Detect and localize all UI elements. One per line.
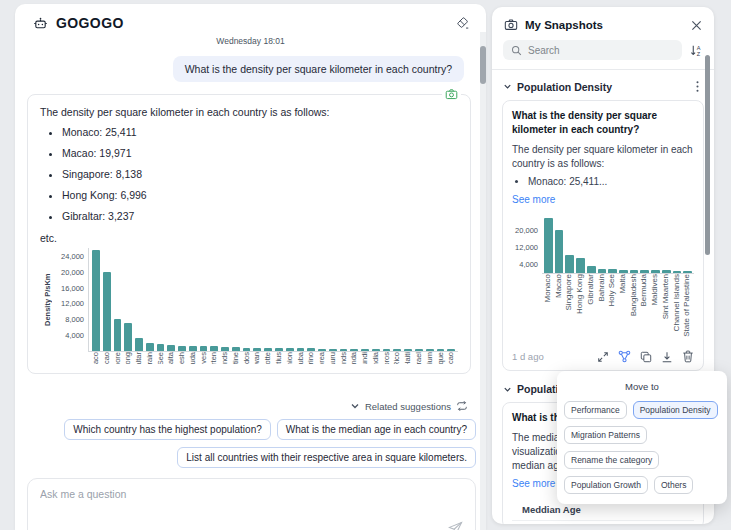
chat-header: GOGOGO <box>15 4 486 31</box>
related-suggestions-label[interactable]: Related suggestions <box>365 401 451 412</box>
search-box[interactable] <box>503 40 682 60</box>
bar <box>630 270 639 273</box>
snapshot-actions <box>597 350 694 363</box>
bar <box>157 344 165 351</box>
bar <box>253 348 261 351</box>
bar <box>243 348 251 351</box>
bar <box>297 348 305 351</box>
sidebar-scrollbar-thumb[interactable] <box>705 55 710 255</box>
popup-row-3: Rename the category <box>564 451 720 469</box>
close-icon[interactable] <box>691 20 702 31</box>
response-bullet: Hong Kong: 6,996 <box>62 185 458 206</box>
suggestion-chip[interactable]: Which country has the highest population… <box>64 419 270 440</box>
suggestion-chip[interactable]: List all countries with their respective… <box>177 447 476 468</box>
bar <box>232 347 240 351</box>
search-icon <box>511 45 522 56</box>
bar <box>404 349 412 351</box>
x-tick-label: Israel <box>415 352 423 364</box>
x-axis-labels: MonacoMacaoSingaporeHong KongGibraltarBa… <box>89 352 458 364</box>
snapshot-camera-icon[interactable] <box>442 88 461 101</box>
popup-row-4: Population GrowthOthers <box>564 476 720 494</box>
question-input[interactable] <box>40 488 421 518</box>
snapshot-age: 1 d ago <box>512 351 544 362</box>
y-tick: 12,000 <box>515 243 538 252</box>
see-more-link[interactable]: See more <box>512 194 555 205</box>
x-tick-label: San Marino <box>307 352 315 364</box>
message-timestamp: Wednesday 18:01 <box>15 36 486 46</box>
bar <box>372 349 380 351</box>
eraser-icon[interactable] <box>456 16 470 30</box>
x-tick-label: Bangladesh <box>630 274 639 316</box>
y-tick: 16,000 <box>61 284 84 293</box>
trash-icon[interactable] <box>682 350 694 363</box>
refresh-icon[interactable] <box>456 400 468 412</box>
category-chip[interactable]: Others <box>654 476 694 494</box>
camera-icon <box>504 18 518 32</box>
bar <box>651 270 660 273</box>
x-tick-label: Nauru <box>329 352 337 364</box>
bar <box>619 270 628 273</box>
robot-icon <box>33 16 48 31</box>
response-bullet: Macao: 19,971 <box>62 143 458 164</box>
y-axis-ticks: 4,00012,00020,000 <box>512 217 542 274</box>
snapshot-footer: 1 d ago <box>512 350 694 363</box>
bar <box>275 348 283 351</box>
x-tick-label: State of Palestine <box>683 274 692 337</box>
sidebar-header: My Snapshots <box>492 7 714 40</box>
x-tick-label: South Korea <box>318 352 326 364</box>
x-tick-label: Bermuda <box>640 274 649 306</box>
x-tick-label: State of Palestine <box>232 352 240 364</box>
etc-label: etc. <box>40 232 458 244</box>
chevron-down-icon[interactable] <box>503 385 512 394</box>
x-tick-label: Macao <box>555 274 564 298</box>
question-input-box[interactable] <box>27 478 476 530</box>
suggestion-chip[interactable]: What is the median age in each country? <box>277 419 476 440</box>
chat-scrollbar-thumb[interactable] <box>480 46 486 84</box>
snapshot-thumbnail-chart: 4,00012,00020,000 MonacoMacaoSingaporeHo… <box>512 217 694 344</box>
x-tick-label: Bermuda <box>189 352 197 364</box>
bar <box>264 348 272 351</box>
x-axis-labels: MonacoMacaoSingaporeHong KongGibraltarBa… <box>542 274 694 344</box>
x-tick-label: Martinique <box>437 352 445 364</box>
sort-icon[interactable]: A Z <box>690 44 703 57</box>
bar <box>683 271 692 273</box>
x-tick-label: Belgium <box>426 352 434 364</box>
svg-text:A: A <box>697 44 701 50</box>
x-tick-label: Holy See <box>157 352 165 364</box>
x-tick-label: Maldives <box>200 352 208 364</box>
bar <box>415 349 423 351</box>
send-icon[interactable] <box>448 521 463 530</box>
see-more-link[interactable]: See more <box>512 478 555 489</box>
chevron-down-icon[interactable] <box>503 82 512 91</box>
x-tick-label: Netherlands <box>340 352 348 364</box>
bar <box>383 349 391 351</box>
bar <box>114 319 122 351</box>
bar <box>329 349 337 351</box>
x-tick-label: Curacao <box>447 352 455 364</box>
x-tick-label: Malta <box>167 352 175 364</box>
move-to-popup: Move to PerformancePopulation Density Mi… <box>557 371 727 504</box>
download-icon[interactable] <box>661 351 673 363</box>
search-input[interactable] <box>528 45 674 56</box>
kebab-menu-icon[interactable] <box>692 80 703 93</box>
category-chip[interactable]: Population Growth <box>564 476 648 494</box>
x-tick-label: Reunion <box>286 352 294 364</box>
x-tick-label: Sint Maarten <box>662 274 671 319</box>
expand-icon[interactable] <box>597 351 609 363</box>
bar <box>286 348 294 351</box>
chat-scrollbar-track[interactable] <box>480 32 486 530</box>
snapshot-card[interactable]: What is the density per square kilometer… <box>502 100 704 371</box>
category-chip[interactable]: Population Density <box>633 401 718 419</box>
chat-panel: GOGOGO Wednesday 18:01 What is the densi… <box>15 4 486 530</box>
chevron-down-icon[interactable] <box>350 401 360 411</box>
bar <box>640 270 649 273</box>
user-message-bubble: What is the density per square kilometer… <box>173 56 464 82</box>
section-population-density[interactable]: Population Density <box>502 78 704 100</box>
category-chip[interactable]: Rename the category <box>564 451 659 469</box>
move-to-category-icon[interactable] <box>618 350 631 363</box>
snapshot-chart-title: Meddian Age <box>512 504 694 521</box>
copy-icon[interactable] <box>640 351 652 363</box>
category-chip[interactable]: Performance <box>564 401 627 419</box>
category-chip[interactable]: Migration Patterns <box>564 426 647 444</box>
bar <box>608 269 617 273</box>
